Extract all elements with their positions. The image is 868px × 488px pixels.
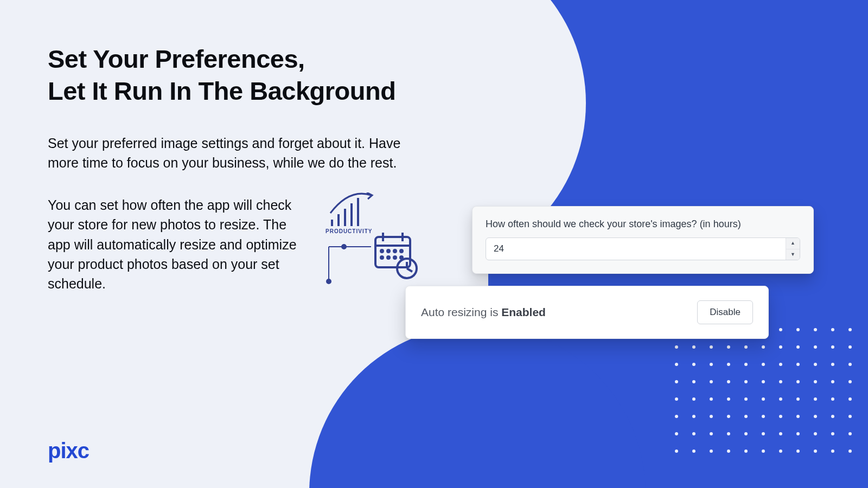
svg-point-13 [381, 256, 383, 259]
decorative-dot-grid [675, 328, 852, 453]
check-frequency-input-wrap: ▲ ▼ [486, 237, 800, 260]
number-spinner: ▲ ▼ [786, 238, 800, 260]
svg-point-15 [394, 256, 396, 259]
svg-point-14 [387, 256, 390, 259]
svg-point-16 [400, 256, 403, 259]
check-frequency-input[interactable] [486, 238, 786, 260]
productivity-illustration: PRODUCTIVITY [322, 192, 431, 290]
check-frequency-card: How often should we check your store's i… [472, 206, 814, 274]
svg-point-12 [400, 250, 403, 252]
intro-paragraph: Set your preferred image settings and fo… [48, 133, 422, 173]
disable-button[interactable]: Disable [697, 300, 753, 324]
heading-line-1: Set Your Preferences, [48, 44, 305, 73]
svg-point-23 [327, 279, 331, 284]
spinner-up-button[interactable]: ▲ [786, 238, 800, 249]
detail-paragraph: You can set how often the app will check… [48, 195, 308, 293]
svg-point-9 [381, 250, 383, 252]
auto-resize-status-text: Auto resizing is Enabled [421, 306, 546, 319]
svg-point-10 [387, 250, 390, 252]
auto-resize-status-card: Auto resizing is Enabled Disable [405, 286, 769, 339]
svg-point-11 [394, 250, 396, 252]
status-state: Enabled [501, 306, 546, 318]
svg-line-19 [407, 268, 412, 272]
status-prefix: Auto resizing is [421, 306, 501, 318]
page-title: Set Your Preferences, Let It Run In The … [48, 43, 427, 107]
pixc-logo: pixc [48, 439, 89, 463]
illustration-label: PRODUCTIVITY [326, 228, 372, 234]
heading-line-2: Let It Run In The Background [48, 76, 395, 105]
spinner-down-button[interactable]: ▼ [786, 249, 800, 260]
check-frequency-label: How often should we check your store's i… [486, 219, 800, 230]
